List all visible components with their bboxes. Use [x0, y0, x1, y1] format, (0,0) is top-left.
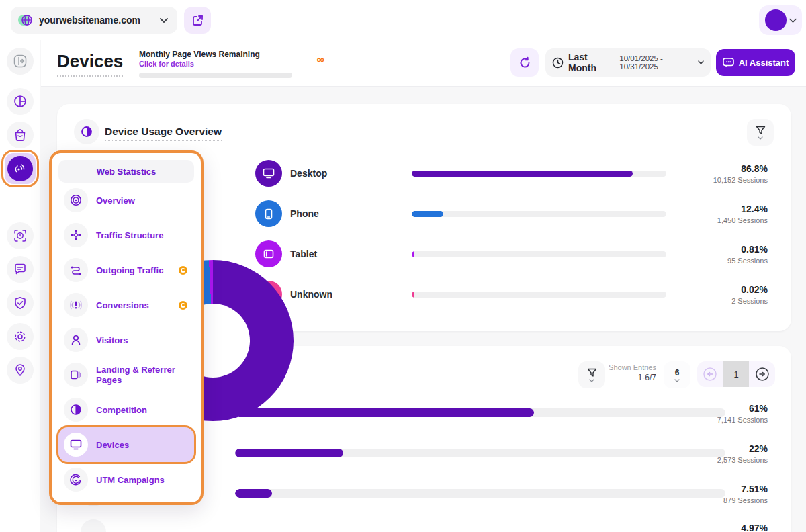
chevron-down-icon [160, 17, 168, 23]
funnel-icon [587, 368, 597, 378]
web-statistics-flyout: Web Statistics Overview [49, 150, 204, 505]
device-label: Tablet [290, 249, 317, 259]
funnel-icon [756, 126, 766, 135]
desktop-icon [255, 160, 282, 187]
usage-values: 61% 7,141 Sessions [687, 403, 768, 424]
open-site-button[interactable] [184, 7, 211, 34]
page-header: Devices Monthly Page Views Remaining Cli… [41, 40, 806, 87]
landing-pages-icon [64, 363, 88, 387]
usage-bar [235, 489, 725, 498]
sidebar-item-dashboard[interactable] [7, 88, 34, 115]
sidebar-item-settings[interactable] [7, 323, 34, 350]
notification-badge [179, 301, 187, 310]
prev-page-button[interactable] [697, 361, 723, 387]
visitors-icon [64, 328, 88, 352]
refresh-button[interactable] [510, 48, 539, 77]
ai-chat-icon [723, 58, 734, 68]
avatar [765, 9, 787, 31]
chevron-down-icon [674, 379, 680, 382]
chevron-down-icon [698, 60, 704, 64]
site-selector[interactable]: yourwebsitename.com [11, 7, 177, 34]
site-label: yourwebsitename.com [39, 15, 160, 26]
utm-campaigns-icon [64, 468, 88, 492]
chevron-down-icon [758, 136, 763, 140]
user-menu[interactable] [759, 5, 802, 35]
filter-button[interactable] [578, 361, 605, 388]
flyout-item-competition[interactable]: Competition [58, 392, 194, 427]
location-pin-icon [13, 363, 27, 377]
chevron-down-icon [789, 18, 797, 23]
usage-values: 7.51% 879 Sessions [687, 484, 768, 504]
overview-icon [64, 188, 88, 212]
ai-assistant-button[interactable]: AI Assistant [716, 49, 795, 76]
sidebar-item-security[interactable] [7, 290, 34, 316]
page-size-selector[interactable]: 6 [664, 361, 690, 388]
date-preset-label: Last Month [568, 52, 612, 73]
devices-icon [64, 433, 88, 457]
flyout-header: Web Statistics [58, 160, 194, 183]
card-icon [74, 119, 99, 144]
device-values: 0.02% 2 Sessions [687, 284, 768, 305]
card-title: Device Usage Overview [105, 126, 222, 141]
flyout-item-devices[interactable]: Devices [58, 427, 194, 462]
quota-progress-bar [139, 73, 292, 78]
flyout-item-conversions[interactable]: Conversions [58, 287, 194, 322]
device-bar [412, 292, 666, 298]
flyout-item-utm-campaigns[interactable]: UTM Campaigns [58, 462, 194, 497]
quota-details-link[interactable]: Click for details [139, 60, 292, 68]
usage-values: 4.97% [687, 523, 768, 532]
sidebar-item-locations[interactable] [7, 357, 34, 384]
device-bar [412, 211, 666, 217]
sidebar-item-web-statistics[interactable] [5, 153, 36, 184]
sidebar [0, 40, 40, 532]
infinity-icon: ∞ [317, 54, 324, 66]
collapse-arrow-icon [13, 54, 27, 68]
chat-bubble-icon [13, 263, 27, 276]
shown-entries-label: Shown Entries [607, 363, 656, 371]
page-title: Devices [57, 51, 123, 77]
filter-button[interactable] [747, 119, 774, 146]
outgoing-traffic-icon [64, 258, 88, 282]
next-page-button[interactable] [749, 361, 775, 387]
flyout-item-outgoing-traffic[interactable]: Outgoing Traffic [58, 253, 194, 287]
shown-entries-value: 1-6/7 [607, 373, 656, 382]
tablet-icon [255, 240, 282, 267]
device-bar [412, 251, 666, 257]
row-icon [81, 519, 106, 532]
clock-icon [552, 57, 564, 69]
flyout-item-landing-referrer-pages[interactable]: Landing & Referrer Pages [58, 357, 194, 392]
traffic-structure-icon [64, 223, 88, 247]
competition-icon [64, 398, 88, 422]
usage-values: 22% 2,573 Sessions [687, 443, 768, 464]
ai-assistant-label: AI Assistant [739, 58, 789, 68]
flyout-item-visitors[interactable]: Visitors [58, 322, 194, 357]
refresh-icon [519, 56, 531, 69]
flyout-item-overview[interactable]: Overview [58, 183, 194, 218]
external-link-icon [192, 15, 204, 26]
usage-bar [235, 449, 725, 457]
sidebar-item-feedback[interactable] [7, 256, 34, 283]
date-range-selector[interactable]: Last Month 10/01/2025 - 10/31/2025 [545, 48, 711, 77]
current-page: 1 [723, 361, 750, 387]
chevron-down-icon [589, 379, 594, 382]
device-values: 12.4% 1,450 Sessions [687, 204, 768, 224]
conversions-icon [64, 293, 88, 317]
device-values: 0.81% 95 Sessions [687, 244, 768, 265]
shopping-bag-icon [13, 128, 27, 142]
sidebar-collapse-button[interactable] [7, 48, 34, 75]
device-bar [412, 171, 666, 177]
page-size-value: 6 [675, 368, 680, 378]
date-range-value: 10/01/2025 - 10/31/2025 [619, 54, 693, 71]
device-label: Phone [290, 208, 319, 219]
sidebar-item-store[interactable] [7, 122, 34, 148]
flyout-item-traffic-structure[interactable]: Traffic Structure [58, 218, 194, 253]
web-statistics-icon [13, 162, 27, 175]
shown-entries: Shown Entries 1-6/7 [607, 363, 656, 382]
top-bar: yourwebsitename.com [0, 0, 806, 40]
site-icon [17, 13, 34, 28]
phone-icon [255, 200, 282, 227]
quota-label: Monthly Page Views Remaining [139, 50, 292, 59]
device-label: Unknown [290, 289, 332, 300]
notification-badge [179, 266, 187, 275]
sidebar-item-session-recordings[interactable] [7, 222, 34, 249]
